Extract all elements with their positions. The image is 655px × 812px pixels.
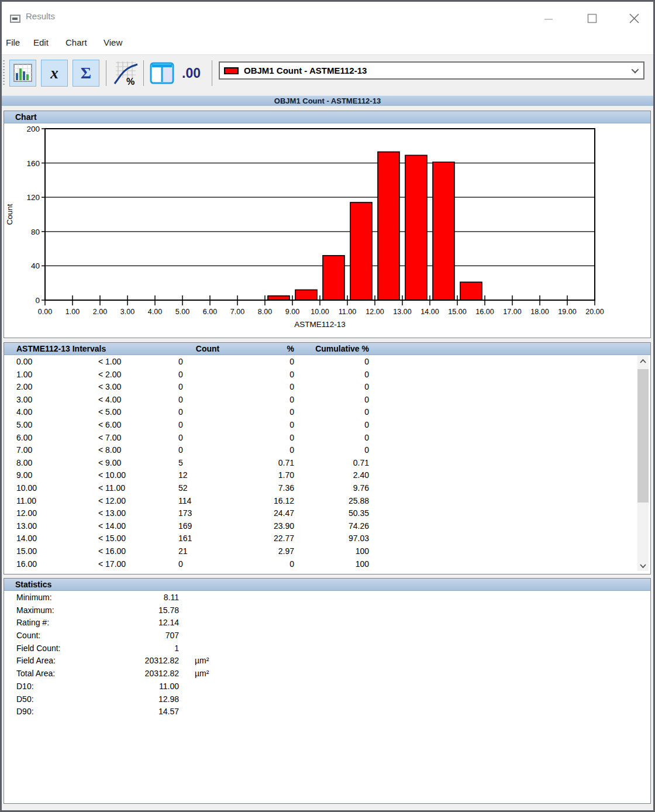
cell-count: 12 bbox=[178, 469, 237, 482]
menu-item-chart[interactable]: Chart bbox=[66, 37, 87, 47]
x-icon: x bbox=[50, 66, 58, 81]
stat-row: Rating #:12.14 bbox=[4, 617, 647, 629]
close-button[interactable] bbox=[624, 10, 644, 27]
cell-from: 3.00 bbox=[16, 394, 98, 407]
bar bbox=[433, 162, 454, 300]
bar bbox=[460, 282, 482, 300]
stat-row: Count:707 bbox=[4, 629, 647, 642]
cell-to: < 6.00 bbox=[98, 419, 178, 432]
cell-count: 0 bbox=[178, 432, 237, 445]
y-tick-label: 120 bbox=[26, 193, 40, 202]
x-tick-label: 15.00 bbox=[448, 308, 466, 316]
sigma-button[interactable]: Σ bbox=[73, 60, 99, 87]
cell-from: 7.00 bbox=[16, 444, 98, 457]
menu-item-file[interactable]: File bbox=[6, 37, 20, 47]
x-tick-label: 10.00 bbox=[311, 308, 329, 316]
cell-to: < 5.00 bbox=[98, 406, 178, 419]
statistics-section-header: Statistics bbox=[4, 579, 650, 591]
stat-value: 14.57 bbox=[119, 706, 179, 718]
stat-value: 20312.82 bbox=[119, 668, 179, 680]
table-row[interactable]: 6.00< 7.00000 bbox=[4, 432, 636, 445]
sigma-icon: Σ bbox=[81, 65, 91, 81]
cell-count: 114 bbox=[178, 495, 237, 508]
cell-from: 4.00 bbox=[16, 406, 98, 419]
table-row[interactable]: 2.00< 3.00000 bbox=[4, 381, 636, 394]
stat-value: 8.11 bbox=[119, 591, 179, 604]
table-row[interactable]: 15.00< 16.00212.97100 bbox=[4, 545, 636, 558]
cell-to: < 17.00 bbox=[98, 558, 178, 571]
cell-from: 1.00 bbox=[16, 369, 98, 381]
scroll-up-button[interactable] bbox=[637, 356, 649, 366]
stat-value: 20312.82 bbox=[119, 655, 179, 668]
toolbar-separator bbox=[143, 60, 144, 86]
titlebar: Results bbox=[2, 2, 653, 33]
table-row[interactable]: 3.00< 4.00000 bbox=[4, 394, 636, 407]
x-tick-label: 3.00 bbox=[120, 308, 135, 316]
x-tick-label: 17.00 bbox=[503, 308, 521, 316]
stat-value: 1 bbox=[119, 642, 179, 655]
percent-curve-button[interactable]: % bbox=[112, 60, 139, 87]
table-row[interactable]: 14.00< 15.0016122.7797.03 bbox=[4, 532, 636, 545]
table-row[interactable]: 16.00< 17.0000100 bbox=[4, 558, 636, 571]
cell-to: < 10.00 bbox=[98, 469, 178, 482]
cell-cumulative: 0 bbox=[294, 369, 369, 381]
statistics-section-label: Statistics bbox=[4, 580, 51, 589]
cell-percent: 0 bbox=[237, 419, 294, 432]
toolbar-gripper[interactable] bbox=[3, 60, 5, 87]
bar bbox=[268, 296, 289, 300]
x-axis-button[interactable]: x bbox=[41, 60, 68, 87]
cell-percent: 0 bbox=[237, 444, 294, 457]
cell-cumulative: 100 bbox=[294, 545, 369, 558]
cell-count: 5 bbox=[178, 457, 237, 470]
x-axis-title: ASTME112-13 bbox=[294, 320, 346, 329]
menu-item-edit[interactable]: Edit bbox=[33, 37, 49, 47]
col-header-intervals: ASTME112-13 Intervals bbox=[16, 343, 178, 355]
app-icon[interactable] bbox=[10, 15, 20, 23]
y-axis-title: Count bbox=[5, 204, 14, 225]
cell-count: 161 bbox=[178, 532, 237, 545]
table-row[interactable]: 9.00< 10.00121.702.40 bbox=[4, 469, 636, 482]
scroll-down-button[interactable] bbox=[637, 560, 649, 571]
vertical-scrollbar[interactable] bbox=[637, 356, 649, 571]
stat-label: Maximum: bbox=[16, 604, 119, 617]
decimal-format-label[interactable]: .00 bbox=[175, 60, 207, 87]
minimize-button[interactable] bbox=[539, 10, 559, 27]
table-row[interactable]: 1.00< 2.00000 bbox=[4, 369, 636, 381]
x-tick-label: 11.00 bbox=[339, 308, 356, 316]
cell-percent: 0.71 bbox=[237, 457, 294, 470]
table-row[interactable]: 4.00< 5.00000 bbox=[4, 406, 636, 419]
cell-from: 8.00 bbox=[16, 457, 98, 470]
maximize-button[interactable] bbox=[582, 10, 602, 27]
table-row[interactable]: 8.00< 9.0050.710.71 bbox=[4, 457, 636, 470]
table-row[interactable]: 11.00< 12.0011416.1225.88 bbox=[4, 495, 636, 508]
cell-percent: 2.97 bbox=[237, 545, 294, 558]
y-tick-label: 200 bbox=[26, 125, 40, 133]
cell-percent: 24.47 bbox=[237, 507, 294, 520]
table-row[interactable]: 5.00< 6.00000 bbox=[4, 419, 636, 432]
cell-from: 10.00 bbox=[16, 482, 98, 495]
cell-percent: 16.12 bbox=[237, 495, 294, 508]
cell-cumulative: 0.71 bbox=[294, 457, 369, 470]
menu-item-view[interactable]: View bbox=[104, 37, 122, 47]
table-row[interactable]: 12.00< 13.0017324.4750.35 bbox=[4, 507, 636, 520]
table-row[interactable]: 0.00< 1.00000 bbox=[4, 356, 636, 369]
stat-row: Minimum:8.11 bbox=[4, 591, 647, 604]
chart-type-button[interactable] bbox=[9, 60, 36, 87]
series-dropdown[interactable]: OBJM1 Count - ASTME112-13 bbox=[219, 61, 644, 80]
table-row[interactable]: 13.00< 14.0016923.9074.26 bbox=[4, 520, 636, 533]
stat-row: D90:14.57 bbox=[4, 706, 647, 718]
cell-from: 12.00 bbox=[16, 507, 98, 520]
menubar: File Edit Chart View bbox=[2, 33, 653, 54]
cell-to: < 14.00 bbox=[98, 520, 178, 533]
scrollbar-thumb[interactable] bbox=[637, 369, 649, 503]
table-row[interactable]: 10.00< 11.00527.369.76 bbox=[4, 482, 636, 495]
table-row[interactable]: 7.00< 8.00000 bbox=[4, 444, 636, 457]
x-tick-label: 14.00 bbox=[420, 308, 439, 316]
statistics-body: Minimum:8.11Maximum:15.78Rating #:12.14C… bbox=[4, 591, 647, 718]
cell-count: 0 bbox=[178, 419, 237, 432]
columns-button[interactable] bbox=[149, 60, 175, 87]
stat-label: Minimum: bbox=[16, 591, 119, 604]
stat-label: D90: bbox=[16, 706, 119, 718]
bar bbox=[350, 202, 372, 300]
x-tick-label: 5.00 bbox=[175, 308, 189, 316]
